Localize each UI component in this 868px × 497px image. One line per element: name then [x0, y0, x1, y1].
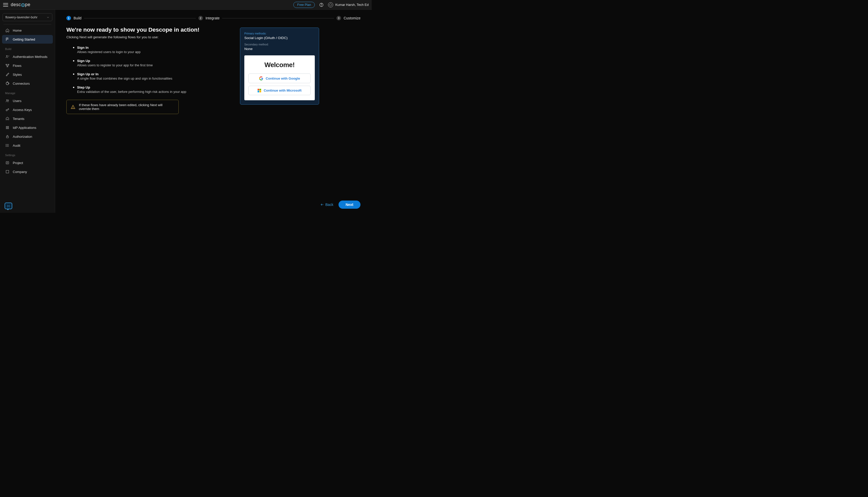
svg-point-1 [321, 5, 322, 6]
chat-support-button[interactable]: (•) [4, 202, 12, 209]
sidebar-item-label: Getting Started [13, 38, 35, 41]
svg-rect-5 [7, 66, 8, 67]
sidebar-item-label: IdP Applications [13, 126, 36, 130]
chevron-down-icon [46, 16, 50, 19]
preview-card: Primary methods: Social Login (OAuth / O… [240, 28, 319, 104]
svg-rect-13 [8, 126, 9, 127]
continue-microsoft-button[interactable]: Continue with Microsoft [248, 86, 311, 95]
sidebar-item-connectors[interactable]: Connectors [2, 79, 53, 88]
home-icon [5, 28, 10, 33]
microsoft-icon [257, 89, 261, 93]
list-item: Step Up Extra validation of the user, be… [77, 85, 225, 94]
svg-rect-19 [8, 128, 9, 129]
svg-rect-11 [6, 126, 7, 127]
step-number: 1 [66, 16, 71, 20]
step-build[interactable]: 1 Build [66, 16, 81, 20]
topbar: descpe Free Plan Kumar Harsh, Tech Ed [0, 0, 372, 10]
list-item: Sign Up Allows users to register to your… [77, 58, 225, 67]
primary-methods-label: Primary methods: [244, 32, 315, 35]
sidebar-item-tenants[interactable]: Tenants [2, 114, 53, 123]
users-icon [5, 99, 10, 103]
svg-rect-3 [6, 64, 7, 65]
svg-point-8 [6, 99, 8, 100]
step-number: 3 [336, 16, 341, 20]
sidebar-item-idp-applications[interactable]: IdP Applications [2, 123, 53, 132]
sidebar-item-authorization[interactable]: Authorization [2, 132, 53, 141]
logo-o-icon [21, 3, 25, 7]
warning-callout: If these flows have already been edited,… [66, 100, 179, 114]
auth-icon [5, 54, 10, 59]
svg-point-9 [8, 100, 9, 100]
sidebar-item-label: Audit [13, 144, 20, 147]
section-settings-label: Settings [2, 150, 53, 158]
user-menu[interactable]: Kumar Harsh, Tech Ed [328, 2, 369, 8]
free-plan-badge[interactable]: Free Plan [293, 2, 315, 8]
grid-icon [5, 125, 10, 130]
sidebar-item-users[interactable]: Users [2, 97, 53, 105]
step-connector [84, 18, 196, 18]
sidebar-item-home[interactable]: Home [2, 26, 53, 35]
sidebar-item-styles[interactable]: Styles [2, 70, 53, 79]
svg-rect-20 [6, 136, 9, 138]
svg-point-25 [6, 145, 6, 145]
sidebar-divider [3, 24, 51, 25]
sidebar-item-label: Styles [13, 73, 22, 76]
back-button[interactable]: Back [320, 202, 333, 207]
microsoft-button-label: Continue with Microsoft [264, 88, 302, 93]
project-selector[interactable]: flowery-lavender-bohr [2, 13, 52, 21]
avatar-icon [328, 2, 333, 8]
flag-icon [5, 37, 10, 42]
sidebar-item-project[interactable]: Project [2, 158, 53, 167]
continue-google-button[interactable]: Continue with Google [248, 73, 311, 83]
sidebar-item-label: Connectors [13, 82, 30, 85]
sidebar-item-label: Home [13, 29, 22, 32]
svg-rect-30 [6, 170, 9, 173]
step-integrate[interactable]: 2 Integrate [198, 16, 220, 20]
key-icon [5, 108, 10, 112]
sidebar-item-flows[interactable]: Flows [2, 61, 53, 70]
flow-desc: Allows registered users to login to your… [77, 50, 225, 54]
svg-point-24 [6, 144, 6, 144]
welcome-title: Welcome! [248, 61, 311, 69]
descope-logo: descpe [11, 2, 30, 8]
step-label: Customize [344, 16, 361, 20]
flows-icon [5, 63, 10, 68]
sidebar-item-label: Flows [13, 64, 22, 68]
step-label: Build [73, 16, 81, 20]
step-label: Integrate [206, 16, 220, 20]
user-name-label: Kumar Harsh, Tech Ed [335, 3, 369, 6]
sidebar-item-label: Users [13, 99, 22, 103]
secondary-method-label: Secondary method: [244, 43, 315, 46]
building-icon [5, 116, 10, 121]
sidebar-item-label: Tenants [13, 117, 25, 121]
project-name-label: flowery-lavender-bohr [5, 15, 38, 19]
menu-toggle-button[interactable] [3, 3, 8, 6]
svg-point-41 [73, 108, 73, 108]
lock-icon [5, 134, 10, 139]
sidebar-item-company[interactable]: Company [2, 167, 53, 176]
footer-actions: Back Next [320, 200, 361, 209]
flow-title: Sign Up [77, 59, 225, 63]
page-title: We're now ready to show you Descope in a… [66, 27, 225, 33]
sidebar-item-label: Authorization [13, 135, 32, 139]
svg-rect-18 [7, 128, 8, 129]
arrow-left-icon [320, 203, 324, 207]
company-icon [5, 169, 10, 174]
help-icon[interactable] [319, 2, 324, 8]
step-customize[interactable]: 3 Customize [336, 16, 361, 20]
flow-title: Step Up [77, 85, 225, 89]
puzzle-icon [5, 81, 10, 86]
sidebar-item-label: Authentication Methods [13, 55, 47, 59]
sidebar-item-audit[interactable]: Audit [2, 141, 53, 150]
sidebar-item-label: Company [13, 170, 27, 174]
step-connector [222, 18, 334, 18]
sidebar-item-auth-methods[interactable]: Authentication Methods [2, 52, 53, 61]
next-button[interactable]: Next [338, 200, 361, 209]
flow-desc: Allows users to register to your app for… [77, 63, 225, 67]
svg-rect-4 [8, 64, 9, 65]
sidebar-item-getting-started[interactable]: Getting Started [2, 35, 53, 44]
sidebar: flowery-lavender-bohr Home Getting Start… [0, 10, 55, 213]
section-build-label: Build [2, 44, 53, 52]
primary-methods-value: Social Login (OAuth / OIDC) [244, 36, 315, 40]
sidebar-item-access-keys[interactable]: Access Keys [2, 105, 53, 114]
